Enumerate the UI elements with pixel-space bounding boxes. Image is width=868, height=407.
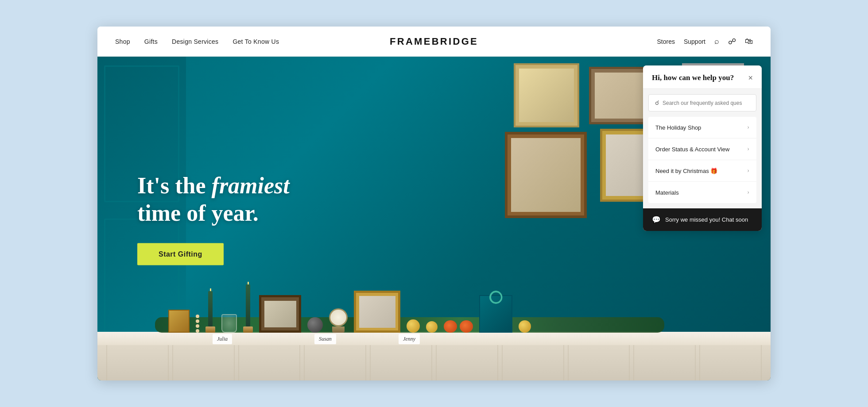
- nav-get-to-know-us[interactable]: Get To Know Us: [232, 38, 279, 45]
- chevron-right-icon: ›: [747, 124, 749, 131]
- help-item-label: Materials: [655, 189, 679, 196]
- place-card-susan: Susan: [314, 334, 336, 344]
- help-item-materials[interactable]: Materials ›: [648, 182, 756, 203]
- browser-window: Shop Gifts Design Services Get To Know U…: [97, 27, 771, 380]
- start-gifting-button[interactable]: Start Gifting: [137, 243, 224, 265]
- help-close-button[interactable]: ×: [748, 74, 753, 82]
- nav-support[interactable]: Support: [684, 38, 705, 45]
- chat-icon: 💬: [652, 215, 661, 224]
- hero-text-block: It's the framiest time of year. Start Gi…: [137, 172, 323, 265]
- chevron-right-icon: ›: [747, 189, 749, 196]
- help-item-christmas[interactable]: Need it by Christmas 🎁 ›: [648, 160, 756, 182]
- help-search-bar[interactable]: ☌: [648, 94, 756, 111]
- mantel-shelf: [97, 332, 771, 345]
- hero-section: Julia Susan Jenny It's the framiest time…: [97, 57, 771, 380]
- nav-gifts[interactable]: Gifts: [144, 38, 158, 45]
- help-search-input[interactable]: [663, 100, 750, 106]
- help-item-label: Need it by Christmas 🎁: [655, 168, 717, 174]
- chevron-right-icon: ›: [747, 146, 749, 153]
- help-header: Hi, how can we help you? ×: [643, 65, 762, 89]
- help-title: Hi, how can we help you?: [652, 73, 734, 82]
- help-footer: 💬 Sorry we missed you! Chat soon: [643, 208, 762, 231]
- help-item-holiday-shop[interactable]: The Holiday Shop ›: [648, 117, 756, 138]
- search-icon[interactable]: ⌕: [714, 37, 719, 46]
- hero-headline: It's the framiest time of year.: [137, 172, 323, 227]
- bag-icon[interactable]: 🛍: [745, 37, 753, 46]
- help-item-label: The Holiday Shop: [655, 124, 701, 131]
- help-widget: Hi, how can we help you? × ☌ The Holiday…: [643, 65, 762, 231]
- nav-design-services[interactable]: Design Services: [172, 38, 218, 45]
- nav-right: Stores Support ⌕ ☍ 🛍: [657, 37, 753, 46]
- place-card-jenny: Jenny: [399, 334, 420, 344]
- help-item-label: Order Status & Account View: [655, 146, 729, 153]
- site-logo[interactable]: FRAMEBRIDGE: [390, 36, 478, 47]
- chevron-right-icon: ›: [747, 167, 749, 174]
- help-item-order-status[interactable]: Order Status & Account View ›: [648, 138, 756, 160]
- nav-shop[interactable]: Shop: [115, 38, 130, 45]
- place-card-julia: Julia: [213, 334, 232, 344]
- search-icon: ☌: [655, 99, 659, 107]
- user-icon[interactable]: ☍: [728, 37, 736, 46]
- nav-left: Shop Gifts Design Services Get To Know U…: [115, 38, 279, 45]
- mantel-body: [97, 345, 771, 380]
- mantel: Julia Susan Jenny: [97, 292, 771, 380]
- nav-stores[interactable]: Stores: [657, 38, 674, 45]
- navbar: Shop Gifts Design Services Get To Know U…: [97, 27, 771, 57]
- help-items-list: The Holiday Shop › Order Status & Accoun…: [648, 117, 756, 203]
- help-footer-text: Sorry we missed you! Chat soon: [665, 216, 748, 223]
